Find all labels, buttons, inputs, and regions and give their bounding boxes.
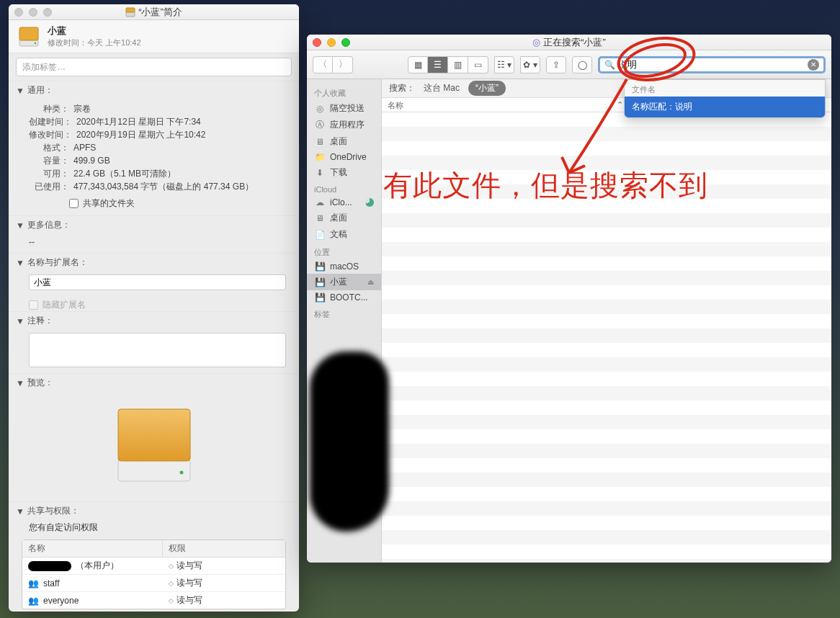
kind-value: 宗卷 — [73, 102, 91, 115]
sidebar-item-xiaolan[interactable]: 💾小蓝⏏ — [307, 274, 381, 290]
svg-rect-1 — [126, 8, 135, 12]
info-modified: 修改时间：今天 上午10:42 — [48, 37, 290, 48]
folder-icon: 📁 — [314, 152, 326, 162]
list-view-button[interactable]: ☰ — [428, 56, 448, 73]
svg-point-4 — [35, 42, 36, 43]
scope-thismac[interactable]: 这台 Mac — [424, 82, 460, 94]
sidebar-item-icloud-desktop[interactable]: 🖥桌面 — [307, 210, 381, 226]
sidebar-header-favorites: 个人收藏 — [307, 84, 381, 100]
column-name[interactable]: 名称⌃ — [382, 98, 630, 112]
desktop-icon: 🖥 — [314, 213, 326, 223]
sidebar-header-icloud: iCloud — [307, 181, 381, 195]
download-icon: ⬇ — [314, 168, 326, 178]
comments-field[interactable] — [29, 333, 286, 367]
section-comments[interactable]: ▼ 注释： — [9, 311, 299, 330]
sidebar-item-desktop[interactable]: 🖥桌面 — [307, 133, 381, 150]
svg-rect-5 — [118, 460, 190, 481]
sort-asc-icon: ⌃ — [617, 100, 623, 109]
perm-row[interactable]: 👥staff ◇读与写 — [22, 575, 285, 592]
finder-toolbar: 〈 〉 ▦ ☰ ▥ ▭ ☷ ▾ ✿ ▾ ⇪ ◯ 🔍 ✕ — [307, 50, 831, 79]
disk-icon — [125, 7, 135, 17]
finder-window: ◎ 正在搜索“小蓝” 〈 〉 ▦ ☰ ▥ ▭ ☷ ▾ ✿ ▾ ⇪ ◯ 🔍 ✕ — [307, 35, 831, 563]
tags-field[interactable]: 添加标签… — [16, 58, 292, 76]
sidebar-item-macos[interactable]: 💾macOS — [307, 259, 381, 274]
info-titlebar[interactable]: “小蓝”简介 — [9, 4, 299, 20]
eject-icon[interactable]: ⏏ — [367, 278, 374, 286]
used-value: 477,343,043,584 字节（磁盘上的 477.34 GB） — [73, 180, 254, 193]
capacity-value: 499.9 GB — [73, 154, 110, 167]
cloud-icon: ☁ — [314, 197, 326, 207]
forward-button[interactable]: 〉 — [333, 56, 353, 73]
results-list — [382, 112, 831, 563]
info-volume-name: 小蓝 — [48, 24, 290, 37]
scope-current[interactable]: “小蓝” — [468, 81, 506, 96]
tags-button[interactable]: ◯ — [572, 56, 592, 73]
suggest-option[interactable]: 名称匹配：说明 — [625, 97, 825, 117]
sidebar-item-apps[interactable]: Ⓐ应用程序 — [307, 117, 381, 133]
group-icon: 👥 — [28, 578, 39, 588]
sync-progress-icon — [365, 198, 374, 207]
search-field[interactable]: 🔍 ✕ — [598, 56, 826, 73]
perm-col-priv: 权限 — [163, 540, 285, 557]
action-button[interactable]: ✿ ▾ — [520, 56, 540, 73]
sidebar-item-icloud[interactable]: ☁iClo... — [307, 195, 381, 210]
sidebar-item-bootcamp[interactable]: 💾BOOTC... — [307, 290, 381, 305]
sidebar-item-documents[interactable]: 📄文稿 — [307, 226, 381, 243]
clear-search-button[interactable]: ✕ — [808, 59, 819, 71]
column-view-button[interactable]: ▥ — [448, 56, 468, 73]
hide-ext-checkbox — [29, 300, 38, 310]
disk-icon: 💾 — [314, 277, 326, 287]
document-icon: 📄 — [314, 230, 326, 240]
section-preview[interactable]: ▼ 预览： — [9, 373, 299, 392]
section-more[interactable]: ▼ 更多信息： — [9, 215, 299, 234]
perm-row[interactable]: （本用户） ◇读与写 — [22, 557, 285, 575]
redacted-user — [28, 561, 71, 571]
finder-sidebar: 个人收藏 ◎隔空投送 Ⓐ应用程序 🖥桌面 📁OneDrive ⬇下载 iClou… — [307, 79, 382, 563]
disk-icon: 💾 — [314, 292, 326, 303]
finder-titlebar[interactable]: ◎ 正在搜索“小蓝” — [307, 35, 831, 50]
svg-rect-3 — [19, 27, 38, 40]
scope-label: 搜索： — [389, 82, 415, 94]
name-input[interactable] — [29, 274, 286, 290]
sidebar-header-tags: 标签 — [307, 305, 381, 321]
search-input[interactable] — [618, 59, 808, 70]
info-title-text: “小蓝”简介 — [138, 6, 182, 19]
sidebar-header-locations: 位置 — [307, 243, 381, 259]
search-icon: 🔍 — [604, 60, 615, 70]
disk-icon: 💾 — [314, 261, 326, 272]
disk-preview-icon — [111, 400, 197, 487]
finder-content: 搜索： 这台 Mac “小蓝” ＋ 名称⌃ 修改日期 大小 种类 — [382, 79, 831, 563]
apps-icon: Ⓐ — [314, 119, 326, 131]
airdrop-icon: ◎ — [314, 104, 326, 114]
shared-folder-checkbox[interactable] — [69, 199, 79, 208]
sidebar-item-onedrive[interactable]: 📁OneDrive — [307, 150, 381, 164]
sidebar-item-downloads[interactable]: ⬇下载 — [307, 164, 381, 181]
perm-col-name: 名称 — [22, 540, 163, 557]
search-suggestions: 文件名 名称匹配：说明 — [624, 79, 826, 118]
search-scope-icon: ◎ — [532, 37, 540, 48]
more-info-value: -- — [29, 237, 35, 247]
finder-title-text: 正在搜索“小蓝” — [543, 36, 606, 49]
group-icon: 👥 — [28, 596, 39, 606]
gallery-view-button[interactable]: ▭ — [468, 56, 488, 73]
section-general[interactable]: ▼ 通用： — [9, 81, 299, 99]
format-value: APFS — [73, 141, 96, 154]
svg-rect-6 — [118, 409, 190, 461]
created-value: 2020年1月12日 星期日 下午7:34 — [76, 115, 201, 128]
sharing-note: 您有自定访问权限 — [9, 520, 299, 537]
disk-icon — [17, 25, 40, 48]
available-value: 22.4 GB（5.1 MB可清除） — [73, 167, 176, 180]
share-button[interactable]: ⇪ — [546, 56, 566, 73]
perm-row[interactable]: 👥everyone ◇读与写 — [22, 592, 285, 609]
section-sharing[interactable]: ▼ 共享与权限： — [9, 501, 299, 520]
section-name-ext[interactable]: ▼ 名称与扩展名： — [9, 253, 299, 272]
group-button[interactable]: ☷ ▾ — [494, 56, 514, 73]
svg-point-7 — [179, 471, 183, 475]
desktop-icon: 🖥 — [314, 137, 326, 147]
suggest-header: 文件名 — [625, 80, 825, 97]
info-header: 小蓝 修改时间：今天 上午10:42 — [9, 20, 299, 53]
back-button[interactable]: 〈 — [313, 56, 333, 73]
sidebar-item-airdrop[interactable]: ◎隔空投送 — [307, 100, 381, 117]
icon-view-button[interactable]: ▦ — [408, 56, 428, 73]
permissions-table: 名称 权限 （本用户） ◇读与写 👥staff ◇读与写 👥everyone ◇… — [22, 539, 286, 609]
